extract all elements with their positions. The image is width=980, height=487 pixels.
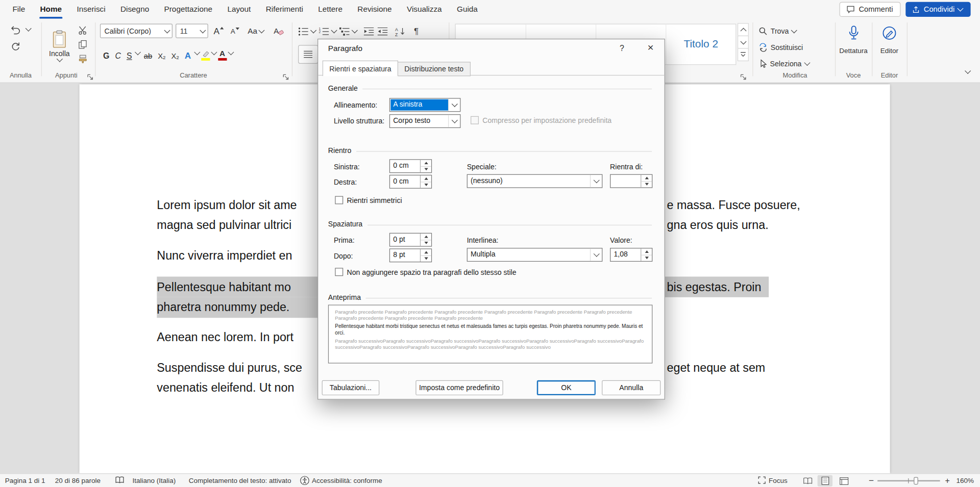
web-layout-button[interactable]	[836, 475, 851, 486]
print-layout-button[interactable]	[818, 475, 832, 486]
no-space-same-style-checkbox[interactable]	[335, 268, 343, 276]
doc-text[interactable]: Pellentesque habitant mo	[157, 280, 291, 294]
text-effects-chevron-icon[interactable]	[194, 49, 200, 55]
spin-up-button[interactable]	[641, 175, 652, 181]
redo-button[interactable]	[8, 39, 24, 53]
indent-left-spinner[interactable]: 0 cm	[389, 159, 432, 173]
spin-down-button[interactable]	[421, 240, 431, 246]
format-painter-button[interactable]	[75, 53, 90, 65]
tab-disegno[interactable]: Disegno	[113, 0, 157, 19]
dialog-tab-distribuzione[interactable]: Distribuzione testo	[398, 62, 471, 76]
spacing-at-spinner[interactable]: 1,08	[610, 248, 652, 262]
spin-up-button[interactable]	[421, 234, 431, 240]
numbered-list-button[interactable]: 12	[318, 25, 329, 37]
special-combo-chevron-icon[interactable]	[590, 175, 602, 187]
copy-button[interactable]	[75, 38, 90, 50]
decrease-indent-button[interactable]	[363, 25, 374, 37]
share-button[interactable]: Condividi	[905, 2, 970, 17]
bold-button[interactable]: G	[101, 45, 111, 60]
tab-file[interactable]: File	[5, 0, 33, 19]
set-as-default-button[interactable]: Imposta come predefinito	[415, 380, 503, 395]
dialog-tab-rientri[interactable]: Rientri e spaziatura	[323, 61, 398, 76]
text-completion-indicator[interactable]: Completamento del testo: attivato	[189, 474, 291, 487]
cut-button[interactable]	[75, 24, 90, 36]
dialog-help-button[interactable]: ?	[616, 44, 628, 53]
font-color-chevron-icon[interactable]	[228, 49, 234, 55]
spin-up-button[interactable]	[641, 248, 652, 254]
underline-chevron-icon[interactable]	[135, 49, 141, 55]
multilevel-list-chevron-icon[interactable]	[352, 27, 358, 33]
font-family-chevron-icon[interactable]	[162, 30, 172, 32]
find-button[interactable]: Trova	[759, 24, 796, 38]
zoom-out-button[interactable]: −	[869, 474, 874, 487]
highlight-button[interactable]	[201, 45, 210, 60]
clear-formatting-button[interactable]: A	[270, 24, 286, 38]
tab-progettazione[interactable]: Progettazione	[157, 0, 220, 19]
focus-button[interactable]: Focus	[769, 474, 788, 487]
special-combo[interactable]: (nessuno)	[467, 174, 603, 188]
strikethrough-button[interactable]: ab	[142, 45, 154, 60]
font-color-button[interactable]: A	[218, 45, 227, 60]
indent-right-spinner[interactable]: 0 cm	[389, 175, 432, 189]
spin-up-button[interactable]	[421, 175, 431, 182]
doc-text[interactable]: Suspendisse dui purus, sce	[157, 361, 302, 375]
tab-revisione[interactable]: Revisione	[350, 0, 400, 19]
clipboard-dialog-launcher[interactable]	[87, 72, 94, 80]
word-count[interactable]: 20 di 86 parole	[55, 474, 101, 487]
doc-text[interactable]: e massa. Fusce posuere,	[667, 198, 800, 212]
ok-button[interactable]: OK	[537, 380, 596, 395]
space-after-spinner[interactable]: 8 pt	[389, 248, 432, 262]
dictate-label[interactable]: Dettatura	[835, 46, 872, 55]
text-effects-button[interactable]: A	[183, 45, 193, 60]
spin-down-button[interactable]	[641, 181, 652, 187]
comments-button[interactable]: Commenti	[839, 2, 900, 17]
spin-down-button[interactable]	[421, 166, 431, 172]
tab-home[interactable]: Home	[33, 0, 69, 19]
doc-text[interactable]: eget neque at sem	[667, 361, 766, 375]
indent-by-spinner[interactable]	[610, 174, 652, 188]
bullet-list-chevron-icon[interactable]	[310, 27, 316, 33]
styles-scroll-down-button[interactable]	[738, 36, 749, 49]
tab-lettere[interactable]: Lettere	[311, 0, 350, 19]
tab-riferimenti[interactable]: Riferimenti	[258, 0, 311, 19]
language-indicator[interactable]: Italiano (Italia)	[133, 474, 176, 487]
accessibility-status[interactable]: Accessibilità: conforme	[312, 474, 382, 487]
tab-visualizza[interactable]: Visualizza	[399, 0, 449, 19]
doc-text[interactable]: Aenean nec lorem. In port	[157, 330, 293, 344]
focus-icon[interactable]	[757, 476, 766, 486]
font-size-combo[interactable]: 11	[176, 24, 208, 38]
tabs-button[interactable]: Tabulazioni...	[322, 380, 380, 395]
zoom-slider-thumb[interactable]	[914, 477, 918, 485]
mirror-indents-checkbox[interactable]	[335, 196, 343, 204]
alignment-combo-chevron-icon[interactable]	[448, 98, 460, 111]
change-case-button[interactable]: Aa	[245, 24, 266, 38]
doc-text[interactable]: Lorem ipsum dolor sit ame	[157, 198, 297, 212]
editor-button-label[interactable]: Editor	[872, 46, 907, 55]
replace-button[interactable]: Sostituisci	[759, 41, 803, 55]
zoom-in-button[interactable]: +	[945, 474, 949, 487]
proofing-icon[interactable]	[115, 476, 124, 486]
subscript-button[interactable]: X2	[156, 45, 168, 60]
space-before-spinner[interactable]: 0 pt	[389, 233, 432, 247]
spin-down-button[interactable]	[421, 182, 431, 188]
highlight-chevron-icon[interactable]	[211, 49, 217, 55]
dialog-close-button[interactable]: ×	[637, 39, 665, 57]
underline-button[interactable]: S	[125, 45, 134, 60]
outline-level-combo[interactable]: Corpo testo	[389, 114, 461, 128]
dictate-button[interactable]	[843, 23, 865, 43]
doc-text[interactable]: pharetra nonummy pede.	[157, 300, 289, 314]
accessibility-icon[interactable]	[300, 476, 309, 486]
spin-up-button[interactable]	[421, 160, 431, 166]
undo-button[interactable]	[8, 23, 24, 37]
doc-text[interactable]: magna sed pulvinar ultrici	[157, 219, 291, 233]
paste-button[interactable]: Incolla	[45, 22, 74, 69]
styles-more-button[interactable]	[738, 48, 749, 61]
italic-button[interactable]: C	[113, 45, 123, 60]
shrink-font-button[interactable]: A	[228, 24, 242, 38]
spin-down-button[interactable]	[421, 255, 431, 262]
line-spacing-chevron-icon[interactable]	[590, 248, 602, 261]
tab-guida[interactable]: Guida	[449, 0, 485, 19]
page-indicator[interactable]: Pagina 1 di 1	[5, 474, 45, 487]
sort-button[interactable]: AZ	[395, 25, 408, 37]
read-mode-button[interactable]	[800, 475, 815, 486]
